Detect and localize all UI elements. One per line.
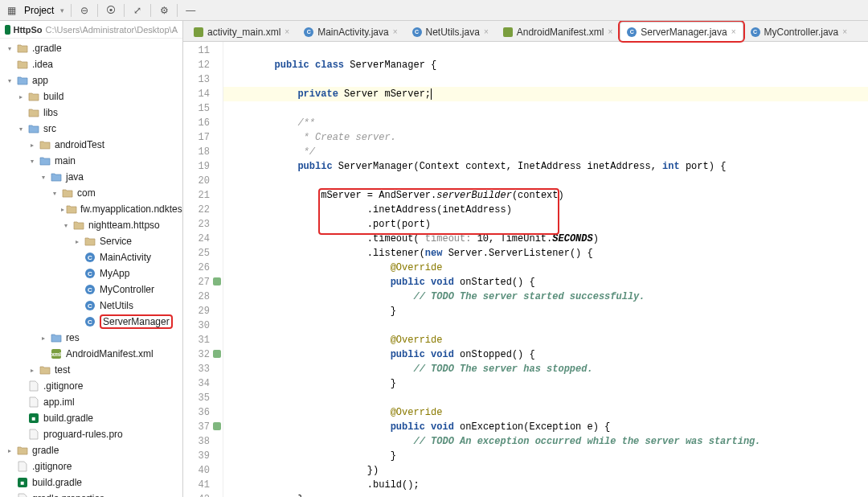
tree-item-androidtest[interactable]: ▸androidTest bbox=[0, 137, 182, 153]
hide-icon[interactable]: — bbox=[184, 4, 197, 17]
code-line-20[interactable] bbox=[223, 174, 868, 188]
code-line-40[interactable]: }) bbox=[223, 463, 868, 478]
expander-icon[interactable] bbox=[39, 349, 48, 359]
expander-icon[interactable]: ▾ bbox=[5, 43, 14, 53]
expander-icon[interactable] bbox=[16, 429, 26, 439]
code-line-37[interactable]: public void onException(Exception e) { bbox=[223, 420, 868, 434]
tree-item-myapp[interactable]: CMyApp bbox=[0, 265, 182, 281]
expander-icon[interactable] bbox=[5, 478, 14, 487]
code-line-24[interactable]: .timeout( timeout: 10, TimeUnit.SECONDS) bbox=[223, 232, 868, 246]
code-line-33[interactable]: // TODO The server has stopped. bbox=[223, 362, 868, 376]
tree-item-test[interactable]: ▸test bbox=[0, 362, 182, 378]
code-line-16[interactable]: /** bbox=[223, 116, 868, 130]
code-line-18[interactable]: */ bbox=[223, 145, 868, 159]
tree-item--gitignore[interactable]: .gitignore bbox=[0, 458, 182, 474]
tree-item-gradle-properties[interactable]: gradle.properties bbox=[0, 491, 182, 497]
tree-item-fw-myapplication-ndktes[interactable]: ▸fw.myapplication.ndktes bbox=[0, 201, 182, 217]
tab-mainactivity-java[interactable]: CMainActivity.java× bbox=[297, 22, 404, 41]
code-line-30[interactable] bbox=[223, 318, 868, 333]
tree-item-build[interactable]: ▸build bbox=[0, 88, 182, 105]
expander-icon[interactable] bbox=[72, 285, 82, 294]
tree-item-app[interactable]: ▾app bbox=[0, 72, 182, 88]
close-icon[interactable]: × bbox=[731, 27, 736, 36]
tab-androidmanifest-xml[interactable]: AndroidManifest.xml× bbox=[496, 22, 620, 41]
gear-icon[interactable]: ⚙ bbox=[158, 4, 170, 17]
project-icon[interactable]: ▦ bbox=[5, 4, 18, 17]
tree-item-res[interactable]: ▸res bbox=[0, 330, 182, 346]
code-line-21[interactable]: mServer = AndServer.serverBuilder(contex… bbox=[223, 188, 868, 203]
tree-item-mycontroller[interactable]: CMyController bbox=[0, 281, 182, 298]
tree-item--idea[interactable]: .idea bbox=[0, 56, 182, 72]
code-line-19[interactable]: public ServerManager(Context context, In… bbox=[223, 159, 868, 174]
code-line-35[interactable] bbox=[223, 391, 868, 405]
project-label[interactable]: Project bbox=[24, 5, 54, 16]
code-line-34[interactable]: } bbox=[223, 376, 868, 391]
code-line-11[interactable] bbox=[223, 43, 868, 58]
code-line-13[interactable] bbox=[223, 72, 868, 87]
code-line-27[interactable]: public void onStarted() { bbox=[223, 275, 868, 290]
tree-item-java[interactable]: ▾java bbox=[0, 169, 182, 185]
code-line-22[interactable]: .inetAddress(inetAddress) bbox=[223, 203, 868, 217]
tree-item-mainactivity[interactable]: CMainActivity bbox=[0, 249, 182, 265]
expander-icon[interactable]: ▸ bbox=[16, 92, 26, 101]
tree-item-nightteam-httpso[interactable]: ▾nightteam.httpso bbox=[0, 217, 182, 233]
tree-item-proguard-rules-pro[interactable]: proguard-rules.pro bbox=[0, 426, 182, 442]
code-content[interactable]: public class ServerManager { private Ser… bbox=[223, 42, 868, 497]
tab-mycontroller-java[interactable]: CMyController.java× bbox=[743, 22, 855, 41]
tree-item-netutils[interactable]: CNetUtils bbox=[0, 298, 182, 314]
code-line-39[interactable]: } bbox=[223, 449, 868, 463]
expander-icon[interactable]: ▾ bbox=[39, 172, 48, 182]
tree-item-com[interactable]: ▾com bbox=[0, 185, 182, 201]
tree-item-build-gradle[interactable]: ■build.gradle bbox=[0, 474, 182, 491]
expander-icon[interactable] bbox=[72, 317, 82, 327]
expander-icon[interactable] bbox=[72, 269, 82, 278]
close-icon[interactable]: × bbox=[842, 27, 847, 36]
close-icon[interactable]: × bbox=[608, 27, 612, 36]
collapse-icon[interactable]: ⊖ bbox=[78, 4, 91, 17]
tree-item-build-gradle[interactable]: ■build.gradle bbox=[0, 410, 182, 426]
target-icon[interactable]: ⦿ bbox=[104, 4, 117, 17]
code-line-14[interactable]: private Server mServer; bbox=[223, 87, 868, 101]
code-line-32[interactable]: public void onStopped() { bbox=[223, 347, 868, 362]
tree-item-service[interactable]: ▸Service bbox=[0, 233, 182, 249]
close-icon[interactable]: × bbox=[484, 27, 489, 36]
project-tree[interactable]: ▾.gradle.idea▾app▸buildlibs▾src▸androidT… bbox=[0, 39, 182, 497]
expander-icon[interactable]: ▸ bbox=[39, 333, 48, 343]
code-line-23[interactable]: .port(port) bbox=[223, 217, 868, 232]
tree-item--gradle[interactable]: ▾.gradle bbox=[0, 40, 182, 56]
expander-icon[interactable] bbox=[16, 381, 26, 391]
code-line-12[interactable]: public class ServerManager { bbox=[223, 58, 868, 72]
tab-activity-main-xml[interactable]: activity_main.xml× bbox=[186, 22, 297, 41]
code-line-28[interactable]: // TODO The server started successfully. bbox=[223, 290, 868, 304]
expander-icon[interactable] bbox=[16, 397, 26, 407]
expander-icon[interactable]: ▸ bbox=[5, 446, 14, 455]
code-line-31[interactable]: @Override bbox=[223, 333, 868, 347]
code-line-17[interactable]: * Create server. bbox=[223, 130, 868, 145]
expander-icon[interactable] bbox=[5, 462, 14, 471]
tree-item-main[interactable]: ▾main bbox=[0, 153, 182, 169]
code-line-42[interactable]: } bbox=[223, 492, 868, 497]
code-line-15[interactable] bbox=[223, 101, 868, 116]
code-editor[interactable]: 1112131415161718192021222324252627282930… bbox=[183, 42, 868, 497]
tree-item-gradle[interactable]: ▸gradle bbox=[0, 442, 182, 458]
code-line-29[interactable]: } bbox=[223, 304, 868, 318]
tree-item-libs[interactable]: libs bbox=[0, 105, 182, 121]
expander-icon[interactable] bbox=[72, 253, 82, 262]
tree-item-app-iml[interactable]: app.iml bbox=[0, 394, 182, 410]
expander-icon[interactable]: ▸ bbox=[27, 140, 37, 150]
code-line-41[interactable]: .build(); bbox=[223, 478, 868, 492]
tree-item-androidmanifest-xml[interactable]: xmlAndroidManifest.xml bbox=[0, 346, 182, 362]
code-line-36[interactable]: @Override bbox=[223, 405, 868, 420]
expander-icon[interactable]: ▸ bbox=[72, 236, 82, 246]
expander-icon[interactable]: ▾ bbox=[16, 124, 26, 133]
tab-servermanager-java[interactable]: CServerManager.java× bbox=[620, 22, 743, 41]
expand-icon[interactable]: ⤢ bbox=[131, 4, 144, 17]
code-line-38[interactable]: // TODO An exception occurred while the … bbox=[223, 434, 868, 449]
expander-icon[interactable]: ▾ bbox=[50, 188, 59, 198]
code-line-25[interactable]: .listener(new Server.ServerListener() { bbox=[223, 246, 868, 261]
tree-item-src[interactable]: ▾src bbox=[0, 121, 182, 137]
expander-icon[interactable] bbox=[72, 301, 82, 310]
close-icon[interactable]: × bbox=[285, 27, 289, 36]
expander-icon[interactable]: ▾ bbox=[61, 220, 71, 230]
expander-icon[interactable] bbox=[5, 60, 14, 69]
